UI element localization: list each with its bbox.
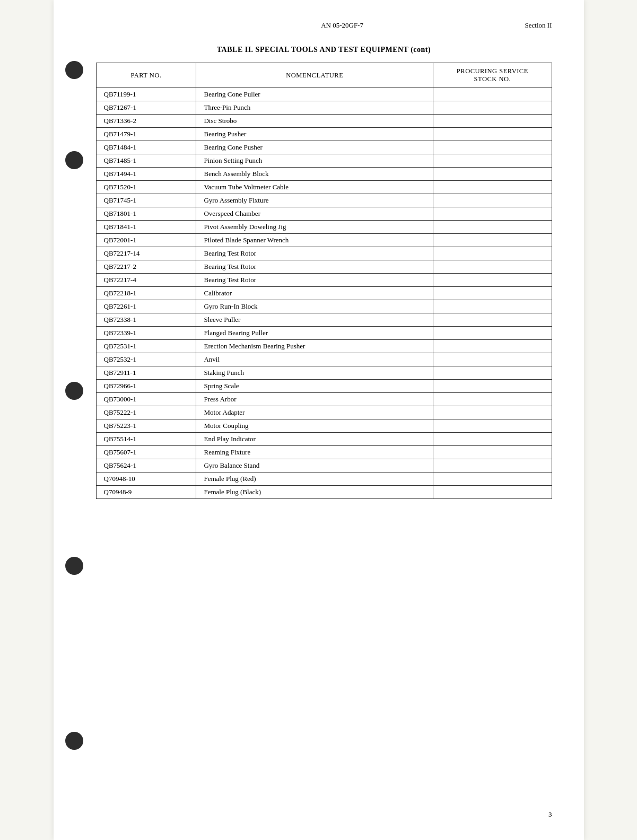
cell-stock xyxy=(433,393,552,406)
table-row: QB72911-1Staking Punch xyxy=(96,366,552,380)
cell-part-no: QB71485-1 xyxy=(96,154,196,168)
table-row: QB72261-1Gyro Run-In Block xyxy=(96,300,552,313)
cell-nomenclature: Gyro Assembly Fixture xyxy=(196,194,433,207)
cell-nomenclature: Anvil xyxy=(196,353,433,366)
cell-part-no: QB75223-1 xyxy=(96,419,196,433)
cell-nomenclature: Spring Scale xyxy=(196,380,433,393)
header-right: Section II xyxy=(525,21,552,30)
page-header: AN 05-20GF-7 Section II xyxy=(96,21,552,30)
cell-nomenclature: Press Arbor xyxy=(196,393,433,406)
cell-nomenclature: Gyro Run-In Block xyxy=(196,300,433,313)
cell-stock xyxy=(433,300,552,313)
cell-part-no: QB72338-1 xyxy=(96,313,196,327)
col-header-part-no: PART NO. xyxy=(96,63,196,88)
cell-part-no: QB71520-1 xyxy=(96,181,196,194)
cell-stock xyxy=(433,260,552,274)
cell-nomenclature: Overspeed Chamber xyxy=(196,207,433,221)
cell-part-no: QB72217-14 xyxy=(96,247,196,260)
cell-stock xyxy=(433,287,552,300)
table-row: QB71485-1Pinion Setting Punch xyxy=(96,154,552,168)
table-row: QB75607-1Reaming Fixture xyxy=(96,446,552,459)
cell-part-no: QB72966-1 xyxy=(96,380,196,393)
cell-stock xyxy=(433,247,552,260)
table-row: QB71494-1Bench Assembly Block xyxy=(96,168,552,181)
cell-nomenclature: Bearing Test Rotor xyxy=(196,247,433,260)
table-row: QB72531-1Erection Mechanism Bearing Push… xyxy=(96,340,552,353)
cell-stock xyxy=(433,406,552,419)
table-row: QB71520-1Vacuum Tube Voltmeter Cable xyxy=(96,181,552,194)
cell-nomenclature: Bearing Pusher xyxy=(196,128,433,141)
table-row: QB71801-1Overspeed Chamber xyxy=(96,207,552,221)
cell-nomenclature: Flanged Bearing Puller xyxy=(196,327,433,340)
table-row: QB72338-1Sleeve Puller xyxy=(96,313,552,327)
cell-part-no: QB72911-1 xyxy=(96,366,196,380)
cell-stock xyxy=(433,419,552,433)
cell-part-no: QB73000-1 xyxy=(96,393,196,406)
cell-nomenclature: Bearing Test Rotor xyxy=(196,260,433,274)
table-row: QB72532-1Anvil xyxy=(96,353,552,366)
col-header-nomenclature: NOMENCLATURE xyxy=(196,63,433,88)
page-number: 3 xyxy=(548,810,552,818)
cell-part-no: QB75222-1 xyxy=(96,406,196,419)
table-row: QB71841-1Pivot Assembly Doweling Jig xyxy=(96,221,552,234)
cell-part-no: QB71199-1 xyxy=(96,88,196,101)
cell-stock xyxy=(433,234,552,247)
cell-stock xyxy=(433,433,552,446)
cell-part-no: QB71841-1 xyxy=(96,221,196,234)
cell-nomenclature: Motor Adapter xyxy=(196,406,433,419)
cell-part-no: QB72261-1 xyxy=(96,300,196,313)
table-row: QB72218-1Calibrator xyxy=(96,287,552,300)
table-row: QB71267-1Three-Pin Punch xyxy=(96,101,552,115)
cell-nomenclature: Gyro Balance Stand xyxy=(196,459,433,472)
main-table: PART NO. NOMENCLATURE PROCURING SERVICES… xyxy=(96,63,552,499)
table-row: QB71745-1Gyro Assembly Fixture xyxy=(96,194,552,207)
cell-part-no: Q70948-9 xyxy=(96,486,196,499)
cell-nomenclature: Pivot Assembly Doweling Jig xyxy=(196,221,433,234)
cell-stock xyxy=(433,115,552,128)
cell-stock xyxy=(433,141,552,154)
cell-nomenclature: Bearing Cone Pusher xyxy=(196,141,433,154)
table-row: QB75624-1Gyro Balance Stand xyxy=(96,459,552,472)
table-row: QB75514-1End Play Indicator xyxy=(96,433,552,446)
cell-stock xyxy=(433,446,552,459)
table-row: QB72217-4Bearing Test Rotor xyxy=(96,274,552,287)
cell-stock xyxy=(433,380,552,393)
cell-stock xyxy=(433,327,552,340)
cell-part-no: QB72531-1 xyxy=(96,340,196,353)
table-row: QB72001-1Piloted Blade Spanner Wrench xyxy=(96,234,552,247)
cell-stock xyxy=(433,459,552,472)
cell-nomenclature: Disc Strobo xyxy=(196,115,433,128)
col-header-stock: PROCURING SERVICESTOCK NO. xyxy=(433,63,552,88)
cell-stock xyxy=(433,486,552,499)
cell-stock xyxy=(433,128,552,141)
table-row: QB72217-14Bearing Test Rotor xyxy=(96,247,552,260)
cell-stock xyxy=(433,207,552,221)
table-title: TABLE II. SPECIAL TOOLS AND TEST EQUIPME… xyxy=(96,46,552,54)
cell-nomenclature: Staking Punch xyxy=(196,366,433,380)
cell-part-no: Q70948-10 xyxy=(96,472,196,486)
cell-nomenclature: End Play Indicator xyxy=(196,433,433,446)
cell-nomenclature: Bench Assembly Block xyxy=(196,168,433,181)
cell-part-no: QB72217-2 xyxy=(96,260,196,274)
cell-nomenclature: Pinion Setting Punch xyxy=(196,154,433,168)
cell-stock xyxy=(433,313,552,327)
cell-stock xyxy=(433,221,552,234)
section-label: Section II xyxy=(525,21,552,29)
table-row: QB71199-1Bearing Cone Puller xyxy=(96,88,552,101)
table-row: QB71484-1Bearing Cone Pusher xyxy=(96,141,552,154)
cell-part-no: QB75624-1 xyxy=(96,459,196,472)
cell-part-no: QB71494-1 xyxy=(96,168,196,181)
cell-stock xyxy=(433,472,552,486)
cell-stock xyxy=(433,274,552,287)
cell-part-no: QB71479-1 xyxy=(96,128,196,141)
page-footer: 3 xyxy=(548,810,552,819)
cell-stock xyxy=(433,340,552,353)
table-row: QB72966-1Spring Scale xyxy=(96,380,552,393)
cell-nomenclature: Bearing Test Rotor xyxy=(196,274,433,287)
cell-part-no: QB72339-1 xyxy=(96,327,196,340)
table-row: Q70948-9Female Plug (Black) xyxy=(96,486,552,499)
cell-stock xyxy=(433,194,552,207)
cell-part-no: QB72217-4 xyxy=(96,274,196,287)
cell-stock xyxy=(433,154,552,168)
document-id: AN 05-20GF-7 xyxy=(321,21,363,29)
